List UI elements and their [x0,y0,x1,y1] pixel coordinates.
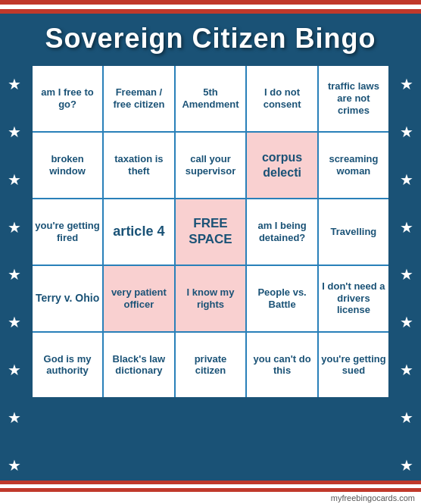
stars-left: ★ ★ ★ ★ ★ ★ ★ ★ ★ [0,0,29,504]
bingo-cell: I know my rights [175,265,247,332]
footer: myfreebingocards.com [0,492,421,504]
bingo-cell: screaming woman [318,132,390,199]
star-icon: ★ [400,315,413,330]
star-icon: ★ [8,362,21,377]
bingo-grid: am I free to go?Freeman / free citizen5t… [30,64,391,399]
star-icon: ★ [400,410,413,425]
bingo-cell: private citizen [175,332,247,399]
bingo-cell: God is my authority [32,332,104,399]
bingo-cell: traffic laws are not crimes [318,65,390,132]
bingo-cell: broken window [32,132,104,199]
bingo-cell: Black's law dictionary [103,332,175,399]
title-area: Sovereign Citizen Bingo [0,17,421,61]
stars-right: ★ ★ ★ ★ ★ ★ ★ ★ ★ [392,0,421,504]
bingo-cell: am I being detained? [246,199,318,265]
star-icon: ★ [8,315,21,330]
star-icon: ★ [400,362,413,377]
bingo-cell: People vs. Battle [246,265,318,332]
star-icon: ★ [400,77,413,92]
star-icon: ★ [8,124,21,139]
star-icon: ★ [400,220,413,235]
bingo-cell: you're getting sued [318,332,390,399]
bottom-area: myfreebingocards.com [0,481,421,504]
bingo-cell: Terry v. Ohio [32,265,104,332]
star-icon: ★ [8,267,21,282]
bingo-cell: you're getting fired [32,199,104,265]
star-icon: ★ [8,410,21,425]
star-icon: ★ [8,77,21,92]
bingo-cell: article 4 [103,199,175,265]
bingo-cell: am I free to go? [32,65,104,132]
card-container: ★ ★ ★ ★ ★ ★ ★ ★ ★ ★ ★ ★ ★ ★ ★ ★ ★ ★ Sove… [0,0,421,504]
star-icon: ★ [8,172,21,187]
top-stripes [0,0,421,14]
star-icon: ★ [400,124,413,139]
bingo-cell: FREE SPACE [175,199,247,265]
bottom-stripes [0,481,421,492]
star-icon: ★ [400,172,413,187]
bingo-cell: Travelling [318,199,390,265]
bingo-cell: very patient officer [103,265,175,332]
bingo-cell: taxation is theft [103,132,175,199]
bingo-cell: 5th Amendment [175,65,247,132]
bingo-cell: call your supervisor [175,132,247,199]
star-icon: ★ [400,267,413,282]
bingo-cell: I do not consent [246,65,318,132]
star-icon: ★ [8,220,21,235]
star-icon: ★ [400,458,413,473]
bingo-cell: you can't do this [246,332,318,399]
star-icon: ★ [8,458,21,473]
bingo-cell: corpus delecti [246,132,318,199]
bingo-cell: I don't need a drivers license [318,265,390,332]
page-title: Sovereign Citizen Bingo [30,23,391,55]
bingo-cell: Freeman / free citizen [103,65,175,132]
